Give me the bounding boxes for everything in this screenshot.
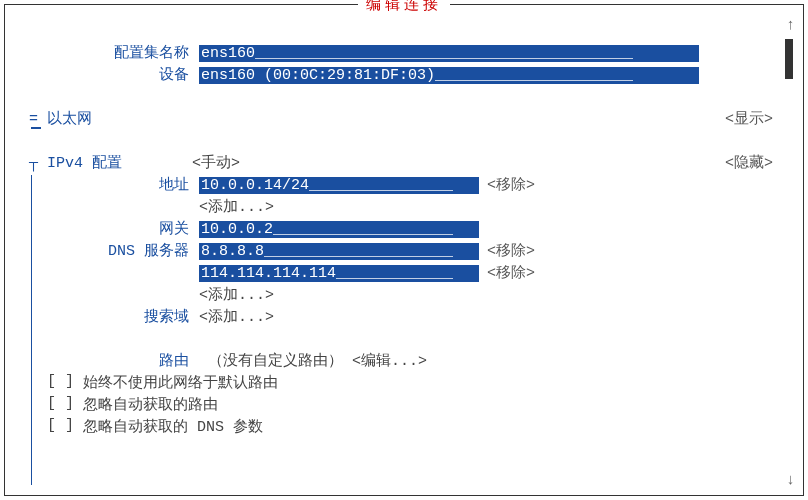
route-label: 路由 [29,351,199,370]
dns-add-button[interactable]: <添加...> [199,285,274,304]
never-default-label: 始终不使用此网络于默认路由 [83,373,278,395]
gateway-label: 网关 [29,219,199,238]
ipv4-hide-button[interactable]: <隐藏> [717,153,773,172]
dns2-input[interactable]: 114.114.114.114_____________ [199,265,479,282]
search-domain-add-button[interactable]: <添加...> [199,307,274,326]
search-domain-label: 搜索域 [29,307,199,326]
title-bar: 编辑连接 [5,0,803,14]
ipv4-mode-select[interactable]: <手动> [192,153,240,172]
ethernet-show-button[interactable]: <显示> [717,109,773,128]
dns-label: DNS 服务器 [29,241,199,260]
ipv4-section-label: IPv4 配置 [47,153,122,172]
ignore-auto-dns-label: 忽略自动获取的 DNS 参数 [83,417,263,439]
tree-line [31,175,32,485]
route-status: （没有自定义路由） [199,351,352,370]
never-default-checkbox[interactable]: [ ] [47,373,83,395]
dns1-remove-button[interactable]: <移除> [479,241,535,260]
dns1-input[interactable]: 8.8.8.8_____________________ [199,243,479,260]
address-add-button[interactable]: <添加...> [199,197,274,216]
ethernet-section-label: 以太网 [47,109,92,128]
profile-name-label: 配置集名称 [29,43,199,62]
ipv4-mark-icon: ┬ [29,155,47,172]
edit-connection-window: 编辑连接 ↑ ↓ 配置集名称 ens160___________________… [4,4,804,496]
tree-connector [31,127,41,129]
dns2-remove-button[interactable]: <移除> [479,263,535,282]
address-remove-button[interactable]: <移除> [479,175,535,194]
scroll-down-arrow-icon[interactable]: ↓ [786,472,795,489]
scrollbar-thumb[interactable] [785,39,793,79]
ethernet-mark-icon: = [29,111,47,128]
ignore-auto-routes-label: 忽略自动获取的路由 [83,395,218,417]
address-input[interactable]: 10.0.0.14/24________________ [199,177,479,194]
window-title: 编辑连接 [358,0,450,14]
ignore-auto-dns-checkbox[interactable]: [ ] [47,417,83,439]
address-label: 地址 [29,175,199,194]
route-edit-button[interactable]: <编辑...> [352,351,427,370]
scroll-up-arrow-icon[interactable]: ↑ [786,17,795,34]
device-input[interactable]: ens160 (00:0C:29:81:DF:03)______________… [199,67,699,84]
profile-name-input[interactable]: ens160__________________________________… [199,45,699,62]
device-label: 设备 [29,65,199,84]
gateway-input[interactable]: 10.0.0.2____________________ [199,221,479,238]
ignore-auto-routes-checkbox[interactable]: [ ] [47,395,83,417]
